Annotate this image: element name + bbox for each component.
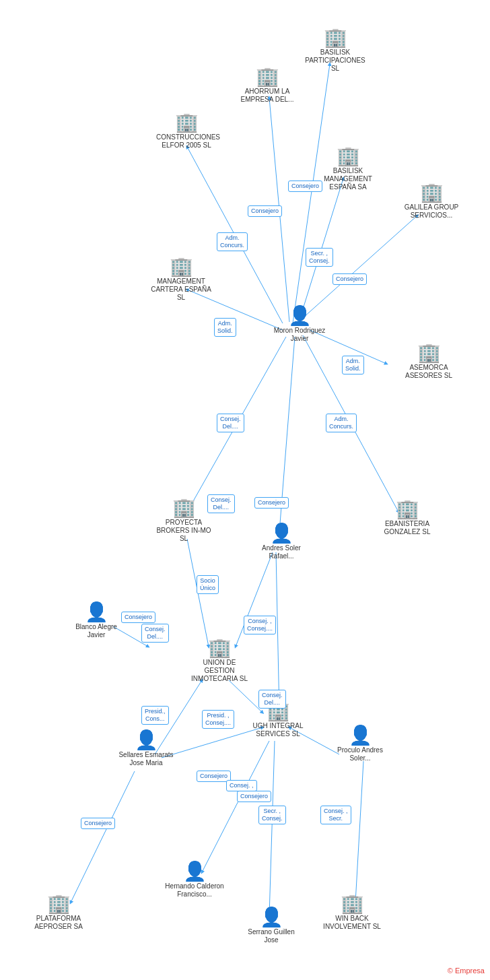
node-union-gestion[interactable]: 🏢 UNION DE GESTION INMOTECARIA SL [186, 639, 253, 683]
node-management-cartera[interactable]: 🏢 MANAGEMENT CARTERA ESPAÑA SL [151, 257, 211, 302]
badge-consejero-hernando[interactable]: Consejero [81, 818, 115, 829]
badge-consej-del-blanco[interactable]: Consej.Del.... [141, 624, 169, 643]
badge-consejero-3[interactable]: Consejero [332, 273, 367, 285]
node-andres-soler[interactable]: 👤 Andres Soler Rafael... [251, 524, 312, 560]
node-plataforma[interactable]: 🏢 PLATAFORMA AEPROSER SA [28, 894, 89, 931]
building-icon: 🏢 [420, 183, 444, 202]
badge-consejero-sellares[interactable]: Consejero [197, 771, 231, 782]
node-label: Blanco Alegre Javier [66, 623, 127, 639]
node-label: EBANISTERIA GONZALEZ SL [377, 520, 438, 536]
node-asemorca[interactable]: 🏢 ASEMORCA ASESORES SL [398, 344, 459, 380]
badge-adm-solid-2[interactable]: Adm.Solid. [342, 356, 364, 374]
node-serrano[interactable]: 👤 Serrano Guillen Jose [241, 908, 302, 944]
node-label: WIN BACK INVOLVEMENT SL [322, 915, 382, 931]
node-proyecta[interactable]: 🏢 PROYECTA BROKERS IN-MO SL [153, 498, 214, 543]
node-basilisk-management[interactable]: 🏢 BASILISK MANAGEMENT ESPAÑA SA [318, 147, 378, 191]
node-label: UNION DE GESTION INMOTECARIA SL [189, 659, 250, 683]
watermark-symbol: © [448, 967, 453, 975]
node-ebanisteria[interactable]: 🏢 EBANISTERIA GONZALEZ SL [377, 500, 438, 536]
badge-presid-consej-2[interactable]: Presid. ,Consej.... [202, 710, 234, 729]
badge-consejero-2[interactable]: Consejero [248, 205, 282, 217]
node-blanco-alegre[interactable]: 👤 Blanco Alegre Javier [66, 603, 127, 639]
graph-container: 🏢 BASILISK PARTICIPACIONES SL 🏢 AHORRUM … [0, 0, 490, 980]
node-label: AHORRUM LA EMPRESA DEL... [237, 88, 298, 104]
node-construcciones[interactable]: 🏢 CONSTRUCCIONES ELFOR 2005 SL [156, 113, 217, 150]
badge-consej-dot[interactable]: Consej. , [226, 780, 257, 791]
person-icon: 👤 [135, 731, 158, 750]
node-label: Moron Rodriguez Javier [269, 327, 330, 343]
badge-consej-consej[interactable]: Consej. ,Consej.... [244, 616, 276, 634]
node-label: ASEMORCA ASESORES SL [398, 364, 459, 380]
person-icon: 👤 [85, 603, 108, 622]
node-label: UGH INTEGRAL SERVICES SL [248, 722, 308, 738]
person-icon: 👤 [183, 862, 207, 881]
node-win-back[interactable]: 🏢 WIN BACK INVOLVEMENT SL [322, 894, 382, 931]
person-icon: 👤 [288, 306, 312, 325]
node-label: Proculo Andres Soler... [330, 746, 390, 762]
watermark: © Empresa [448, 967, 485, 975]
badge-secr-consej-2[interactable]: Secr. ,Consej. [258, 806, 286, 824]
node-sellares[interactable]: 👤 Sellares Esmarats Jose Maria [116, 731, 176, 767]
badge-consejero-serrano[interactable]: Consejero [237, 791, 271, 802]
node-label: CONSTRUCCIONES ELFOR 2005 SL [156, 133, 217, 150]
svg-line-11 [276, 552, 279, 713]
badge-consejero-andres[interactable]: Consejero [254, 497, 289, 509]
node-label: PLATAFORMA AEPROSER SA [28, 915, 89, 931]
badge-presid-consej-1[interactable]: Presid.,Cons... [141, 706, 169, 725]
badge-consej-secr[interactable]: Consej. ,Secr. [320, 806, 351, 824]
building-icon: 🏢 [47, 894, 71, 913]
building-icon: 🏢 [256, 67, 279, 86]
node-galilea[interactable]: 🏢 GALILEA GROUP SERVICIOS... [401, 183, 462, 220]
node-hernando[interactable]: 👤 Hernando Calderon Francisco... [164, 862, 225, 899]
svg-line-19 [269, 741, 275, 916]
building-icon: 🏢 [396, 500, 419, 519]
badge-secr-consej-1[interactable]: Secr. ,Consej. [306, 248, 333, 267]
node-label: Sellares Esmarats Jose Maria [116, 751, 176, 767]
connection-lines [0, 0, 490, 980]
node-moron[interactable]: 👤 Moron Rodriguez Javier [266, 306, 333, 343]
building-icon: 🏢 [417, 344, 441, 362]
person-icon: 👤 [260, 908, 283, 927]
person-icon: 👤 [270, 524, 293, 543]
building-icon: 🏢 [337, 147, 360, 166]
node-label: PROYECTA BROKERS IN-MO SL [153, 519, 214, 543]
node-ahorrum[interactable]: 🏢 AHORRUM LA EMPRESA DEL... [237, 67, 298, 104]
node-basilisk-participaciones[interactable]: 🏢 BASILISK PARTICIPACIONES SL [305, 28, 365, 73]
badge-socio-unico[interactable]: SocioÚnico [197, 575, 219, 594]
badge-consej-del-ugh[interactable]: Consej.Del.... [258, 690, 286, 709]
svg-line-0 [293, 64, 330, 323]
person-icon: 👤 [349, 726, 372, 745]
node-label: MANAGEMENT CARTERA ESPAÑA SL [151, 277, 211, 302]
building-icon: 🏢 [324, 28, 347, 47]
building-icon: 🏢 [172, 498, 196, 517]
node-proculo[interactable]: 👤 Proculo Andres Soler... [330, 726, 390, 762]
svg-line-4 [303, 216, 417, 318]
badge-adm-solid-1[interactable]: Adm.Solid. [214, 318, 236, 337]
node-label: BASILISK MANAGEMENT ESPAÑA SA [318, 167, 378, 191]
badge-consejero-1[interactable]: Consejero [288, 181, 322, 192]
watermark-brand: Empresa [455, 967, 485, 975]
node-label: Serrano Guillen Jose [241, 928, 302, 944]
svg-line-20 [355, 761, 363, 903]
node-label: Hernando Calderon Francisco... [164, 882, 225, 899]
badge-adm-concurs-2[interactable]: Adm.Concurs. [326, 414, 357, 432]
building-icon: 🏢 [341, 894, 364, 913]
building-icon: 🏢 [170, 257, 193, 276]
badge-consejero-blanco[interactable]: Consejero [121, 612, 155, 623]
svg-line-17 [71, 771, 135, 903]
building-icon: 🏢 [175, 113, 199, 132]
node-label: BASILISK PARTICIPACIONES SL [305, 48, 365, 73]
badge-consej-del-1[interactable]: Consej.Del.... [217, 414, 244, 432]
badge-consej-del-2[interactable]: Consej.Del.... [207, 494, 235, 513]
badge-adm-concurs-1[interactable]: Adm.Concurs. [217, 232, 248, 251]
building-red-icon: 🏢 [208, 639, 232, 657]
node-label: GALILEA GROUP SERVICIOS... [401, 203, 462, 220]
node-label: Andres Soler Rafael... [251, 544, 312, 560]
